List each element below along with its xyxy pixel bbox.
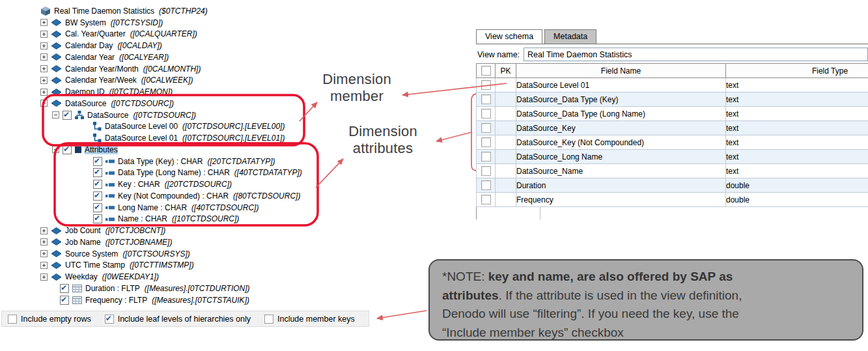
tree-item-label[interactable]: Job Count (65, 226, 101, 235)
tree-item-label[interactable]: BW System (65, 18, 106, 27)
tree-item-label[interactable]: Calendar Year (65, 53, 115, 62)
tab-view-schema[interactable]: View schema (476, 29, 542, 44)
tree-item[interactable]: Key : CHAR([20TCTDSOURC]) (93, 178, 302, 190)
tree-item-label[interactable]: Source System (65, 249, 118, 259)
tree-item[interactable]: Job Name([0TCTJOBNAME]) (40, 236, 302, 248)
row-checkbox[interactable] (481, 166, 491, 176)
expand-plus-icon[interactable] (40, 274, 48, 281)
option-checkbox[interactable] (264, 315, 273, 324)
tree-item-label[interactable]: Calendar Year/Week (65, 76, 137, 85)
expand-plus-icon[interactable] (40, 42, 48, 49)
row-checkbox[interactable] (481, 152, 491, 161)
tree-item-label[interactable]: Name : CHAR (118, 214, 167, 223)
tree-item[interactable]: Attributes (52, 144, 302, 156)
tree-item[interactable]: DataSource Level 00([0TCTDSOURC].[LEVEL0… (93, 121, 302, 133)
tree-item-checkbox[interactable] (60, 284, 69, 293)
tree-item[interactable]: Calendar Day([0CALDAY]) (40, 40, 302, 51)
tree-item[interactable]: Data Type (Key) : CHAR([20TCTDATATYP]) (93, 156, 302, 167)
tree-item[interactable]: Weekday([0WEEKDAY1]) (40, 271, 302, 283)
tree-item[interactable]: Calendar Year([0CALYEAR]) (40, 51, 302, 63)
row-checkbox[interactable] (481, 137, 491, 147)
tree-item-label[interactable]: Long Name : CHAR (118, 203, 187, 212)
expand-plus-icon[interactable] (40, 19, 48, 26)
option-checkbox[interactable] (8, 315, 17, 324)
row-checkbox[interactable] (481, 80, 491, 90)
expand-plus-icon[interactable] (40, 262, 48, 269)
tree-item[interactable]: Key (Not Compounded) : CHAR([80TCTDSOURC… (93, 190, 302, 202)
tree-item[interactable]: Data Type (Long Name) : CHAR([40TCTDATAT… (93, 167, 302, 179)
tree-item-checkbox[interactable] (60, 296, 69, 305)
tree-item-label[interactable]: DataSource (87, 111, 128, 120)
row-checkbox[interactable] (481, 180, 491, 190)
tree-item[interactable]: Cal. Year/Quarter([0CALQUARTER]) (40, 29, 302, 40)
tree-item[interactable]: BW System([0TCTSYSID]) (40, 17, 302, 29)
tree-item-checkbox[interactable] (93, 203, 102, 212)
select-all-checkbox[interactable] (481, 66, 491, 76)
expand-plus-icon[interactable] (40, 77, 48, 84)
tree-item-label[interactable]: Data Type (Key) : CHAR (118, 157, 203, 166)
field-name-cell: DataSource_Long Name (516, 150, 726, 164)
expand-plus-icon[interactable] (40, 250, 48, 257)
tree-item-checkbox[interactable] (63, 145, 72, 154)
view-name-input[interactable] (524, 48, 868, 61)
tab-metadata[interactable]: Metadata (544, 29, 596, 44)
expand-plus-icon[interactable] (40, 227, 48, 234)
option-label[interactable]: Include member keys (277, 315, 355, 324)
tree-item-label[interactable]: Weekday (65, 272, 98, 281)
collapse-minus-icon[interactable] (52, 111, 59, 119)
tree-item-checkbox[interactable] (63, 111, 72, 120)
tree-item[interactable]: Calendar Year/Week([0CALWEEK]) (40, 75, 302, 87)
tree-item-label[interactable]: UTC Time Stamp (65, 260, 125, 270)
expand-plus-icon[interactable] (40, 53, 48, 61)
row-checkbox[interactable] (481, 94, 491, 104)
tree-item-label[interactable]: Key (Not Compounded) : CHAR (118, 191, 229, 201)
tree-item[interactable]: Source System([0TCTSOURSYS]) (40, 248, 302, 260)
tree-item-label[interactable]: Key : CHAR (118, 180, 160, 189)
expand-plus-icon[interactable] (40, 238, 48, 246)
tree-item-label[interactable]: Calendar Year/Month (65, 64, 139, 74)
tree-item-checkbox[interactable] (93, 157, 102, 166)
expand-plus-icon[interactable] (40, 65, 48, 72)
row-checkbox[interactable] (481, 195, 491, 204)
tree-item-label[interactable]: Daemon ID (65, 87, 105, 96)
tree-item-technical-name: ([0TCTTIMSTMP]) (130, 260, 194, 270)
tree-item-label[interactable]: Cal. Year/Quarter (65, 29, 126, 38)
tree-item-label[interactable]: Attributes (85, 145, 118, 154)
tree-item-label[interactable]: Real Time Daemon Statistics (54, 7, 154, 16)
tree-item-checkbox[interactable] (93, 214, 102, 223)
tree-item[interactable]: UTC Time Stamp([0TCTTIMSTMP]) (40, 260, 302, 272)
option-label[interactable]: Include leaf levels of hierarchies only (118, 315, 251, 324)
tree-item-label[interactable]: Frequency : FLTP (85, 296, 147, 305)
tree-item[interactable]: Long Name : CHAR([40TCTDSOURC]) (93, 202, 302, 214)
tree-item-label[interactable]: Data Type (Long Name) : CHAR (118, 168, 230, 177)
row-checkbox[interactable] (481, 109, 491, 119)
tree-item[interactable]: Name : CHAR([10TCTDSOURC]) (93, 214, 302, 225)
tree-item[interactable]: Calendar Year/Month([0CALMONTH]) (40, 63, 302, 75)
collapse-minus-icon[interactable] (40, 100, 48, 107)
tree-item[interactable]: DataSource([0TCTDSOURC]) (40, 98, 302, 109)
tree-item-checkbox[interactable] (93, 180, 102, 189)
tree-item-label[interactable]: Job Name (65, 238, 101, 247)
tree-item[interactable]: Daemon ID([0TCTDAEMON]) (40, 86, 302, 98)
tree-item[interactable]: DataSource([0TCTDSOURC]) (52, 109, 302, 121)
tree-item[interactable]: Frequency : FLTP([Measures].[0TCTSTAUIK]… (60, 294, 302, 306)
tree-item-label[interactable]: DataSource (65, 99, 106, 108)
tree-item-label[interactable]: Duration : FLTP (85, 284, 140, 293)
tree-item[interactable]: DataSource Level 01([0TCTDSOURC].[LEVEL0… (93, 132, 302, 144)
tree-item[interactable]: Job Count([0TCTJOBCNT]) (40, 225, 302, 236)
expand-plus-icon[interactable] (40, 89, 48, 96)
option-checkbox[interactable] (105, 315, 114, 324)
expand-plus-icon[interactable] (40, 31, 48, 38)
schema-table-row: Frequencydouble (477, 193, 868, 207)
tree-item-label[interactable]: Calendar Day (65, 41, 113, 50)
option-label[interactable]: Include empty rows (21, 315, 91, 324)
row-checkbox[interactable] (481, 123, 491, 133)
tree-item-checkbox[interactable] (93, 191, 102, 201)
tree-item-checkbox[interactable] (93, 168, 102, 177)
tree-item[interactable]: Duration : FLTP([Measures].[0TCTDURTION]… (60, 283, 302, 294)
collapse-minus-icon[interactable] (52, 146, 59, 153)
arrow-bracket-to-attributes-label (436, 132, 471, 141)
tree-item-label[interactable]: DataSource Level 00 (105, 122, 178, 131)
tree-item[interactable]: Real Time Daemon Statistics($0TCTHP24) (40, 5, 302, 17)
tree-item-label[interactable]: DataSource Level 01 (105, 133, 178, 143)
